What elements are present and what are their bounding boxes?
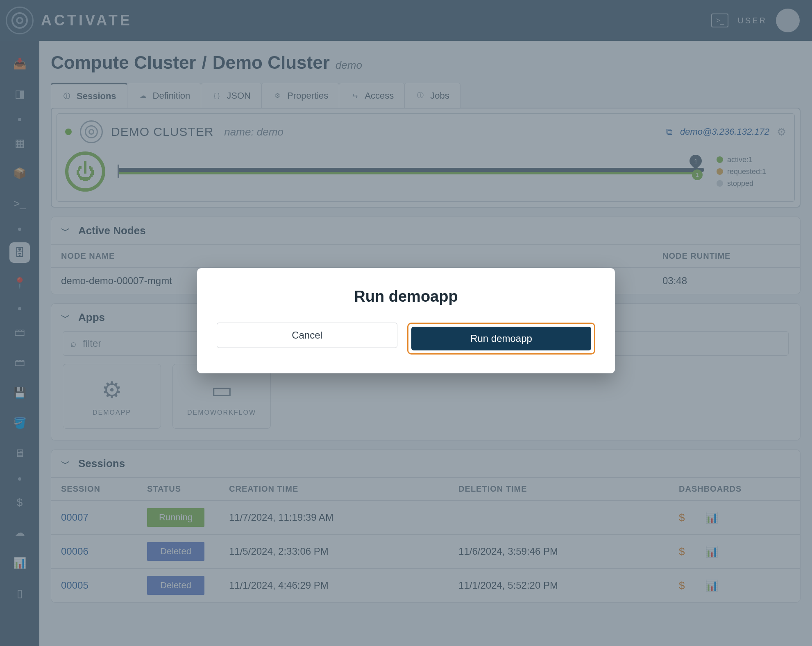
- run-app-modal: Run demoapp Cancel Run demoapp: [197, 268, 615, 373]
- confirm-button-highlight: Run demoapp: [407, 323, 595, 355]
- run-demoapp-button[interactable]: Run demoapp: [411, 327, 591, 350]
- modal-title: Run demoapp: [217, 288, 595, 305]
- cancel-button[interactable]: Cancel: [217, 323, 397, 348]
